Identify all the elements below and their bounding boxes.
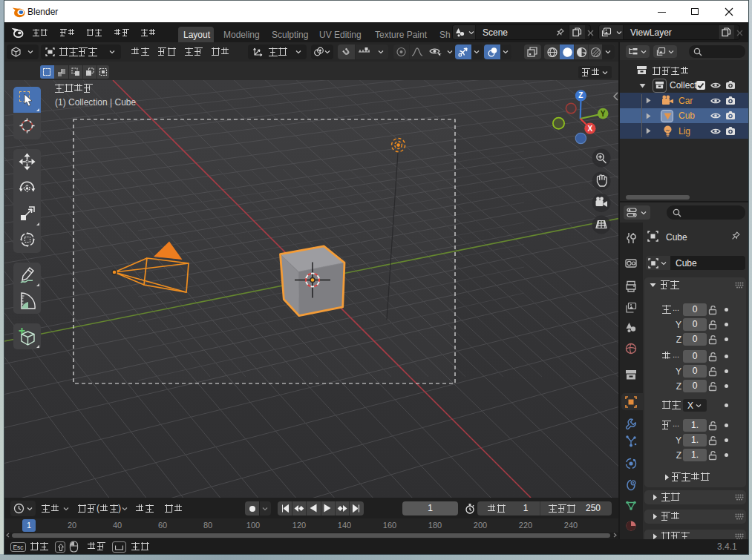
svg-text:X: X — [588, 125, 593, 133]
svg-text:Z: Z — [578, 91, 583, 99]
svg-text:Y: Y — [601, 110, 606, 118]
